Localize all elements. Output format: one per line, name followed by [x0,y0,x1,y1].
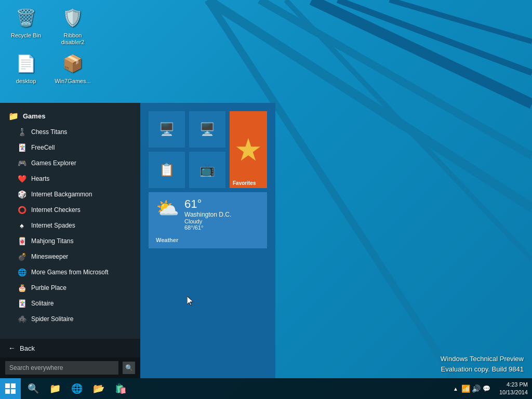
watermark-line2: Evaluation copy. Build 9841 [441,364,524,375]
hearts-label: Hearts [31,175,49,182]
favorites-tile[interactable]: ★ Favorites [230,111,267,188]
game-item-more-games[interactable]: 🌐 More Games from Microsoft [0,264,140,280]
start-menu: 📁 Games ♟️ Chess Titans 🃏 FreeCell 🎮 Gam… [0,103,275,378]
weather-range: 68°/61° [184,224,231,231]
weather-footer-label: Weather [156,237,260,243]
tile-desktop[interactable]: 🖥️ [189,111,225,148]
spider-solitaire-icon: 🕷️ [17,314,27,324]
desktop-icon-row-1: 🗑️ Recycle Bin 🛡️ Ribbon disabler2 [5,5,94,46]
win7games-image: 📦 [60,51,85,76]
game-item-spider-solitaire[interactable]: 🕷️ Spider Solitaire [0,311,140,327]
start-menu-left: 📁 Games ♟️ Chess Titans 🃏 FreeCell 🎮 Gam… [0,103,140,378]
weather-city: Washington D.C. [184,211,231,218]
game-item-minesweeper[interactable]: 💣 Minesweeper [0,249,140,264]
game-item-freecell[interactable]: 🃏 FreeCell [0,140,140,155]
start-menu-right: 🖥️ 📋 🖥️ 📺 ★ Favorites [140,103,275,378]
back-label: Back [20,344,35,352]
mahjong-titans-icon: 🀄 [17,236,27,246]
tile-screen[interactable]: 📋 [149,152,185,188]
desktop-icons: 🗑️ Recycle Bin 🛡️ Ribbon disabler2 📄 des… [5,5,94,85]
game-item-internet-checkers[interactable]: ⭕ Internet Checkers [0,202,140,218]
desktop-folder-label: desktop [16,78,36,85]
chess-titans-icon: ♟️ [17,127,27,137]
weather-temp: 61° [184,197,231,211]
recycle-bin-label: Recycle Bin [11,32,41,39]
start-button[interactable] [0,378,21,399]
chess-titans-label: Chess Titans [31,128,67,136]
taskbar-store[interactable]: 🛍️ [110,378,131,399]
desktop-folder-icon[interactable]: 📄 desktop [5,51,47,85]
game-item-mahjong-titans[interactable]: 🀄 Mahjong Titans [0,233,140,249]
desktop-folder-image: 📄 [14,51,38,76]
ribbon-disabler-label: Ribbon disabler2 [52,32,94,46]
games-list[interactable]: 📁 Games ♟️ Chess Titans 🃏 FreeCell 🎮 Gam… [0,103,140,339]
games-explorer-label: Games Explorer [31,159,76,167]
taskbar-ie[interactable]: 🌐 [66,378,87,399]
svg-line-2 [312,0,532,104]
svg-line-3 [338,0,532,73]
hearts-icon: ❤️ [17,174,27,184]
pc-settings-icon: 🖥️ [159,122,175,137]
folder-icon: 📁 [8,111,19,121]
game-item-internet-backgammon[interactable]: 🎲 Internet Backgammon [0,187,140,202]
weather-info: 61° Washington D.C. Cloudy 68°/61° [184,197,231,231]
taskbar-tray: ▲ 📶 🔊 💬 4:23 PM 10/13/2014 [448,378,532,399]
back-button[interactable]: ← Back [0,339,140,357]
win7games-icon[interactable]: 📦 Win7Games... [52,51,94,85]
taskbar-explorer[interactable]: 📂 [88,378,109,399]
search-bar: 🔍 [0,357,140,378]
freecell-label: FreeCell [31,144,55,151]
tray-icons: ▲ 📶 🔊 💬 [448,378,494,399]
game-item-solitaire[interactable]: 🃏 Solitaire [0,296,140,311]
ribbon-disabler-icon[interactable]: 🛡️ Ribbon disabler2 [52,5,94,46]
more-games-label: More Games from Microsoft [31,269,109,276]
tray-clock[interactable]: 4:23 PM 10/13/2014 [495,378,532,399]
minesweeper-icon: 💣 [17,251,27,262]
tile-display[interactable]: 📺 [189,152,225,188]
desktop-icon-row-2: 📄 desktop 📦 Win7Games... [5,51,94,85]
screen-icon: 📋 [159,163,175,177]
win7games-label: Win7Games... [55,78,91,85]
taskbar: 🔍 📁 🌐 📂 🛍️ ▲ 📶 🔊 💬 4:23 PM 10/13/2014 [0,378,532,399]
internet-backgammon-icon: 🎲 [17,189,27,200]
back-arrow-icon: ← [8,344,16,352]
game-item-hearts[interactable]: ❤️ Hearts [0,171,140,187]
solitaire-icon: 🃏 [17,298,27,309]
weather-tile[interactable]: ⛅ 61° Washington D.C. Cloudy 68°/61° Wea… [149,192,267,248]
internet-backgammon-label: Internet Backgammon [31,191,92,198]
taskbar-file-manager[interactable]: 📁 [45,378,65,399]
tile-pc-settings[interactable]: 🖥️ [149,111,185,148]
tiles-row-2: ⛅ 61° Washington D.C. Cloudy 68°/61° Wea… [149,192,267,248]
game-item-internet-spades[interactable]: ♠️ Internet Spades [0,218,140,233]
tiles-row-1: 🖥️ 📋 🖥️ 📺 ★ Favorites [149,111,267,188]
solitaire-label: Solitaire [31,300,54,307]
game-item-purble-place[interactable]: 🎂 Purble Place [0,280,140,296]
tray-notifications-icon[interactable]: 💬 [482,378,492,399]
watermark-line1: Windows Technical Preview [441,354,524,364]
tray-volume-icon[interactable]: 🔊 [471,378,482,399]
weather-content: ⛅ 61° Washington D.C. Cloudy 68°/61° [156,197,260,231]
spider-solitaire-label: Spider Solitaire [31,315,73,323]
watermark: Windows Technical Preview Evaluation cop… [441,354,524,374]
tray-network-icon[interactable]: 📶 [461,378,471,399]
freecell-icon: 🃏 [17,142,27,153]
svg-line-6 [286,0,532,260]
recycle-bin-image: 🗑️ [14,5,38,30]
taskbar-search[interactable]: 🔍 [23,378,44,399]
game-item-games-explorer[interactable]: 🎮 Games Explorer [0,155,140,171]
weather-description: Cloudy [184,218,231,224]
internet-spades-icon: ♠️ [17,220,27,231]
games-header: 📁 Games [0,108,140,124]
game-item-chess-titans[interactable]: ♟️ Chess Titans [0,124,140,140]
search-button[interactable]: 🔍 [123,362,135,374]
games-explorer-icon: 🎮 [17,158,27,168]
favorites-label: Favorites [233,180,256,186]
internet-spades-label: Internet Spades [31,222,75,229]
desktop: 🗑️ Recycle Bin 🛡️ Ribbon disabler2 📄 des… [0,0,532,399]
clock-date: 10/13/2014 [499,389,528,396]
tray-up-arrow[interactable]: ▲ [450,378,461,399]
recycle-bin-icon[interactable]: 🗑️ Recycle Bin [5,5,47,46]
purble-place-icon: 🎂 [17,283,27,293]
clock-time: 4:23 PM [507,381,528,389]
search-input[interactable] [5,361,118,375]
